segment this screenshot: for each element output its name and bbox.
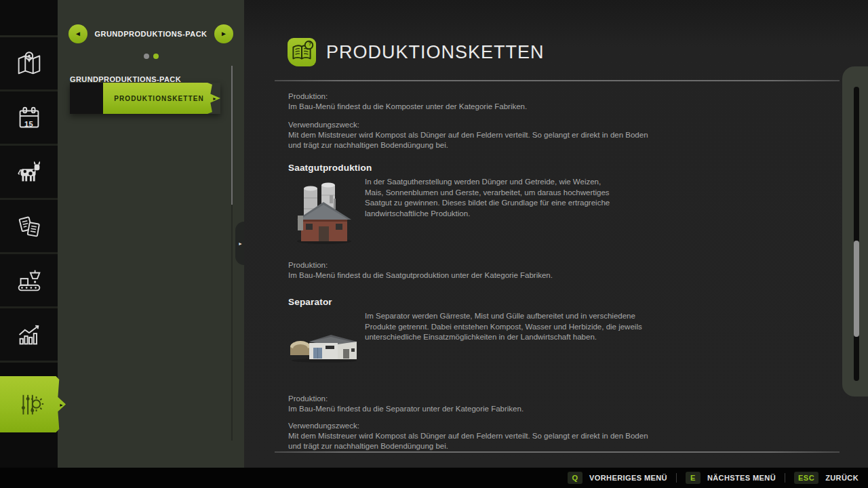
page-dot-2[interactable] [153, 54, 159, 59]
sidebar-item-statistics[interactable] [0, 308, 58, 363]
intro-usage-block: Verwendungszweck: Mit dem Miststreuer wi… [288, 120, 658, 150]
selected-tab-arrow-icon: ► [59, 402, 64, 407]
chevron-left-icon: ◄ [75, 30, 81, 37]
production-text: Im Bau-Menü findest du die Separator unt… [288, 404, 524, 414]
pack-page-dots [58, 54, 244, 59]
usage-text: Mit dem Miststreuer wird Kompost als Dün… [288, 130, 658, 150]
topic-thumbnail [70, 83, 103, 114]
usage-text: Mit dem Miststreuer wird Kompost als Dün… [288, 431, 658, 451]
seed-production-block: Produktion: Im Bau-Menü findest du die S… [288, 260, 553, 281]
hint-label: VORHERIGES MENÜ [589, 474, 667, 482]
key-e: E [686, 472, 701, 484]
separator-description: Im Separator werden Gärreste, Mist und G… [365, 311, 644, 343]
production-label: Produktion: [288, 92, 527, 102]
content-scrollbar-thumb[interactable] [854, 241, 859, 337]
page-title: PRODUKTIONSKETTEN [326, 42, 545, 63]
hint-previous-menu[interactable]: Q VORHERIGES MENÜ [568, 472, 667, 484]
header-divider [275, 80, 840, 81]
contracts-icon [14, 211, 45, 242]
statistics-icon [14, 319, 45, 350]
pack-title: GRUNDPRODUKTIONS-PACK [87, 30, 214, 38]
usage-label: Verwendungszweck: [288, 421, 658, 431]
calendar-day-number: 15 [24, 120, 33, 128]
chevron-right-icon: ► [220, 30, 227, 37]
key-q: Q [568, 472, 583, 484]
game-help-menu: 15 [0, 0, 868, 488]
separator-building-image [289, 331, 359, 366]
sidebar-item-help-settings[interactable]: ► [0, 376, 66, 432]
hint-label: NÄCHSTES MENÜ [707, 474, 776, 482]
panel-scrollbar[interactable] [231, 66, 233, 441]
calendar-icon [14, 102, 45, 134]
animals-icon [14, 157, 45, 188]
production-label: Produktion: [288, 260, 553, 270]
separator-heading: Separator [288, 297, 332, 307]
hint-separator [676, 473, 677, 483]
pack-pager: ◄ GRUNDPRODUKTIONS-PACK ► [58, 0, 244, 43]
content-scrollbar-track[interactable] [854, 87, 859, 381]
content-header: ? PRODUKTIONSKETTEN [288, 38, 545, 66]
help-settings-icon [14, 389, 45, 420]
topic-arrow-icon: ► [212, 96, 217, 101]
sidebar-item-contracts[interactable] [0, 200, 58, 254]
seed-production-heading: Saatgutproduktion [288, 163, 372, 173]
previous-pack-button[interactable]: ◄ [68, 24, 87, 43]
hint-label: ZURÜCK [825, 474, 859, 482]
sidebar-item-calendar[interactable]: 15 [0, 92, 58, 146]
help-topics-panel: ◄ GRUNDPRODUKTIONS-PACK ► GRUNDPRODUKTIO… [58, 0, 244, 468]
sidebar-item-map[interactable] [0, 37, 58, 92]
topic-item-body: PRODUKTIONSKETTEN ► [103, 83, 220, 114]
panel-scrollbar-thumb[interactable] [231, 66, 233, 205]
help-book-icon: ? [288, 38, 316, 66]
panel-collapse-handle[interactable]: ► [235, 222, 244, 265]
sidebar-item-animals[interactable] [0, 146, 58, 200]
topic-item-produktionsketten[interactable]: PRODUKTIONSKETTEN ► [70, 83, 220, 114]
page-dot-1[interactable] [144, 54, 149, 59]
production-text: Im Bau-Menü findest du die Saatgutproduk… [288, 270, 553, 281]
topic-item-label: PRODUKTIONSKETTEN [114, 95, 210, 102]
footer-divider [275, 451, 840, 453]
map-icon [14, 48, 45, 79]
seed-production-description: In der Saatgutherstellung werden Dünger … [365, 177, 621, 219]
sidebar-top-spacer [0, 0, 58, 37]
main-sidebar: 15 [0, 0, 58, 468]
hint-next-menu[interactable]: E NÄCHSTES MENÜ [686, 472, 776, 484]
usage-label: Verwendungszweck: [288, 120, 658, 130]
key-hint-bar: Q VORHERIGES MENÜ E NÄCHSTES MENÜ ESC ZU… [0, 468, 868, 488]
collapse-arrow-icon: ► [238, 241, 243, 246]
key-esc: ESC [794, 472, 818, 484]
production-icon [14, 265, 45, 296]
separator-production-block: Produktion: Im Bau-Menü findest du die S… [288, 394, 524, 414]
content-scrollbar-rail [842, 66, 868, 396]
seed-production-building-image [292, 176, 357, 247]
hint-back[interactable]: ESC ZURÜCK [794, 472, 859, 484]
next-pack-button[interactable]: ► [214, 24, 233, 43]
production-text: Im Bau-Menü findest du die Komposter unt… [288, 102, 527, 112]
help-content-panel: ► ? PRODUKTIONSKETTEN Produktion: Im Bau… [244, 0, 868, 468]
question-mark-glyph: ? [307, 41, 314, 47]
separator-usage-block: Verwendungszweck: Mit dem Miststreuer wi… [288, 421, 658, 451]
intro-production-block: Produktion: Im Bau-Menü findest du die K… [288, 92, 527, 112]
production-label: Produktion: [288, 394, 524, 404]
sidebar-item-production[interactable] [0, 254, 58, 308]
hint-separator [785, 473, 785, 483]
